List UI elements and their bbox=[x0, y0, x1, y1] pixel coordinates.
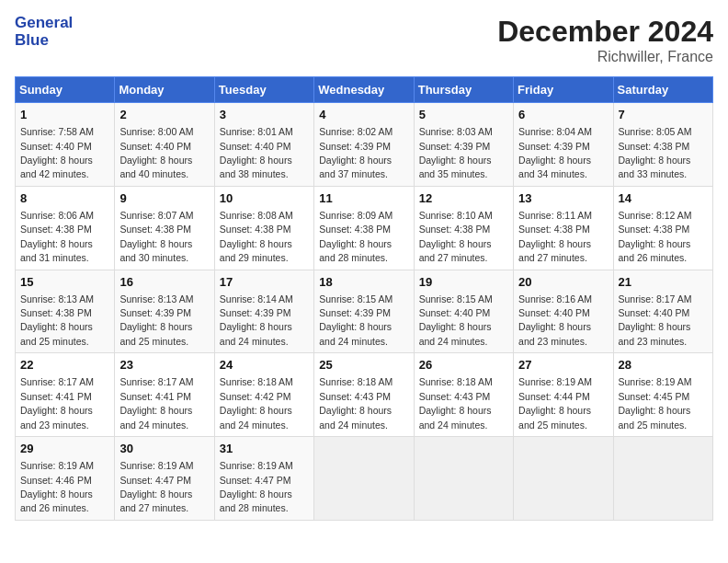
day-number: 31 bbox=[220, 441, 309, 457]
title-block: December 2024 Richwiller, France bbox=[497, 15, 713, 65]
day-number: 5 bbox=[419, 107, 508, 123]
day-info: Sunrise: 8:08 AMSunset: 4:38 PMDaylight:… bbox=[220, 210, 293, 263]
calendar-cell: 1Sunrise: 7:58 AMSunset: 4:40 PMDaylight… bbox=[16, 103, 115, 187]
day-info: Sunrise: 8:19 AMSunset: 4:47 PMDaylight:… bbox=[119, 460, 193, 513]
day-number: 18 bbox=[319, 274, 408, 291]
day-info: Sunrise: 8:18 AMSunset: 4:42 PMDaylight:… bbox=[220, 376, 293, 430]
weekday-header-thursday: Thursday bbox=[414, 77, 513, 103]
calendar-cell bbox=[314, 437, 414, 521]
calendar-cell: 22Sunrise: 8:17 AMSunset: 4:41 PMDayligh… bbox=[16, 353, 115, 437]
day-number: 24 bbox=[220, 357, 309, 373]
day-info: Sunrise: 8:17 AMSunset: 4:41 PMDaylight:… bbox=[119, 376, 193, 430]
weekday-header-sunday: Sunday bbox=[16, 77, 115, 103]
day-info: Sunrise: 8:03 AMSunset: 4:39 PMDaylight:… bbox=[419, 126, 493, 179]
day-info: Sunrise: 7:58 AMSunset: 4:40 PMDaylight:… bbox=[20, 126, 94, 179]
day-info: Sunrise: 8:12 AMSunset: 4:38 PMDaylight:… bbox=[619, 210, 692, 263]
logo-text-general: General bbox=[15, 15, 73, 32]
calendar: SundayMondayTuesdayWednesdayThursdayFrid… bbox=[15, 76, 713, 521]
calendar-cell bbox=[613, 437, 712, 521]
day-number: 15 bbox=[20, 274, 109, 291]
logo: General Blue General Blue bbox=[15, 15, 73, 49]
day-number: 7 bbox=[619, 107, 708, 123]
day-number: 16 bbox=[119, 274, 209, 291]
day-number: 25 bbox=[319, 357, 408, 373]
calendar-cell: 19Sunrise: 8:15 AMSunset: 4:40 PMDayligh… bbox=[414, 270, 513, 353]
calendar-cell: 11Sunrise: 8:09 AMSunset: 4:38 PMDayligh… bbox=[314, 186, 414, 270]
calendar-cell: 17Sunrise: 8:14 AMSunset: 4:39 PMDayligh… bbox=[214, 270, 313, 353]
calendar-cell: 2Sunrise: 8:00 AMSunset: 4:40 PMDaylight… bbox=[115, 103, 214, 187]
calendar-cell: 12Sunrise: 8:10 AMSunset: 4:38 PMDayligh… bbox=[414, 186, 513, 270]
calendar-cell: 24Sunrise: 8:18 AMSunset: 4:42 PMDayligh… bbox=[214, 353, 313, 437]
location-title: Richwiller, France bbox=[497, 49, 713, 65]
day-number: 2 bbox=[119, 107, 209, 123]
day-number: 8 bbox=[20, 190, 109, 207]
page-header: General Blue General Blue December 2024 … bbox=[15, 15, 713, 65]
calendar-cell: 29Sunrise: 8:19 AMSunset: 4:46 PMDayligh… bbox=[16, 437, 115, 521]
weekday-header-friday: Friday bbox=[514, 77, 613, 103]
day-number: 12 bbox=[419, 190, 508, 207]
day-info: Sunrise: 8:00 AMSunset: 4:40 PMDaylight:… bbox=[119, 126, 193, 179]
calendar-cell bbox=[514, 437, 613, 521]
weekday-header-saturday: Saturday bbox=[613, 77, 712, 103]
day-info: Sunrise: 8:13 AMSunset: 4:39 PMDaylight:… bbox=[119, 293, 193, 347]
calendar-cell bbox=[414, 437, 513, 521]
day-info: Sunrise: 8:13 AMSunset: 4:38 PMDaylight:… bbox=[20, 293, 94, 347]
weekday-header-monday: Monday bbox=[115, 77, 214, 103]
calendar-cell: 27Sunrise: 8:19 AMSunset: 4:44 PMDayligh… bbox=[514, 353, 613, 437]
calendar-cell: 25Sunrise: 8:18 AMSunset: 4:43 PMDayligh… bbox=[314, 353, 414, 437]
calendar-cell: 8Sunrise: 8:06 AMSunset: 4:38 PMDaylight… bbox=[16, 186, 115, 270]
day-number: 22 bbox=[20, 357, 109, 373]
calendar-cell: 16Sunrise: 8:13 AMSunset: 4:39 PMDayligh… bbox=[115, 270, 214, 353]
day-info: Sunrise: 8:19 AMSunset: 4:47 PMDaylight:… bbox=[220, 460, 293, 513]
day-number: 17 bbox=[220, 274, 309, 291]
calendar-cell: 10Sunrise: 8:08 AMSunset: 4:38 PMDayligh… bbox=[214, 186, 313, 270]
day-number: 3 bbox=[220, 107, 309, 123]
day-number: 9 bbox=[119, 190, 209, 207]
day-number: 27 bbox=[518, 357, 608, 373]
day-number: 28 bbox=[619, 357, 708, 373]
day-number: 13 bbox=[518, 190, 608, 207]
day-number: 14 bbox=[619, 190, 708, 207]
calendar-cell: 26Sunrise: 8:18 AMSunset: 4:43 PMDayligh… bbox=[414, 353, 513, 437]
day-info: Sunrise: 8:16 AMSunset: 4:40 PMDaylight:… bbox=[518, 293, 592, 347]
day-info: Sunrise: 8:04 AMSunset: 4:39 PMDaylight:… bbox=[518, 126, 592, 179]
day-info: Sunrise: 8:19 AMSunset: 4:45 PMDaylight:… bbox=[619, 376, 692, 430]
day-info: Sunrise: 8:09 AMSunset: 4:38 PMDaylight:… bbox=[319, 210, 392, 263]
day-number: 10 bbox=[220, 190, 309, 207]
day-number: 30 bbox=[119, 441, 209, 457]
weekday-header-tuesday: Tuesday bbox=[214, 77, 313, 103]
day-info: Sunrise: 8:18 AMSunset: 4:43 PMDaylight:… bbox=[419, 376, 493, 430]
calendar-cell: 23Sunrise: 8:17 AMSunset: 4:41 PMDayligh… bbox=[115, 353, 214, 437]
calendar-cell: 6Sunrise: 8:04 AMSunset: 4:39 PMDaylight… bbox=[514, 103, 613, 187]
calendar-cell: 31Sunrise: 8:19 AMSunset: 4:47 PMDayligh… bbox=[214, 437, 313, 521]
day-info: Sunrise: 8:15 AMSunset: 4:39 PMDaylight:… bbox=[319, 293, 392, 347]
calendar-cell: 28Sunrise: 8:19 AMSunset: 4:45 PMDayligh… bbox=[613, 353, 712, 437]
calendar-cell: 4Sunrise: 8:02 AMSunset: 4:39 PMDaylight… bbox=[314, 103, 414, 187]
day-number: 21 bbox=[619, 274, 708, 291]
day-number: 4 bbox=[319, 107, 408, 123]
day-info: Sunrise: 8:17 AMSunset: 4:41 PMDaylight:… bbox=[20, 376, 94, 430]
day-number: 26 bbox=[419, 357, 508, 373]
calendar-cell: 9Sunrise: 8:07 AMSunset: 4:38 PMDaylight… bbox=[115, 186, 214, 270]
day-info: Sunrise: 8:18 AMSunset: 4:43 PMDaylight:… bbox=[319, 376, 392, 430]
calendar-cell: 13Sunrise: 8:11 AMSunset: 4:38 PMDayligh… bbox=[514, 186, 613, 270]
logo-text-blue: Blue bbox=[15, 32, 73, 50]
calendar-cell: 15Sunrise: 8:13 AMSunset: 4:38 PMDayligh… bbox=[16, 270, 115, 353]
day-info: Sunrise: 8:05 AMSunset: 4:38 PMDaylight:… bbox=[619, 126, 692, 179]
weekday-header-wednesday: Wednesday bbox=[314, 77, 414, 103]
day-info: Sunrise: 8:11 AMSunset: 4:38 PMDaylight:… bbox=[518, 210, 592, 263]
day-number: 29 bbox=[20, 441, 109, 457]
day-number: 23 bbox=[119, 357, 209, 373]
day-info: Sunrise: 8:02 AMSunset: 4:39 PMDaylight:… bbox=[319, 126, 392, 179]
month-title: December 2024 bbox=[497, 15, 713, 49]
day-info: Sunrise: 8:10 AMSunset: 4:38 PMDaylight:… bbox=[419, 210, 493, 263]
day-info: Sunrise: 8:15 AMSunset: 4:40 PMDaylight:… bbox=[419, 293, 493, 347]
calendar-cell: 3Sunrise: 8:01 AMSunset: 4:40 PMDaylight… bbox=[214, 103, 313, 187]
day-info: Sunrise: 8:19 AMSunset: 4:46 PMDaylight:… bbox=[20, 460, 94, 513]
day-number: 6 bbox=[518, 107, 608, 123]
calendar-cell: 14Sunrise: 8:12 AMSunset: 4:38 PMDayligh… bbox=[613, 186, 712, 270]
day-info: Sunrise: 8:19 AMSunset: 4:44 PMDaylight:… bbox=[518, 376, 592, 430]
calendar-cell: 5Sunrise: 8:03 AMSunset: 4:39 PMDaylight… bbox=[414, 103, 513, 187]
day-info: Sunrise: 8:14 AMSunset: 4:39 PMDaylight:… bbox=[220, 293, 293, 347]
day-number: 1 bbox=[20, 107, 109, 123]
